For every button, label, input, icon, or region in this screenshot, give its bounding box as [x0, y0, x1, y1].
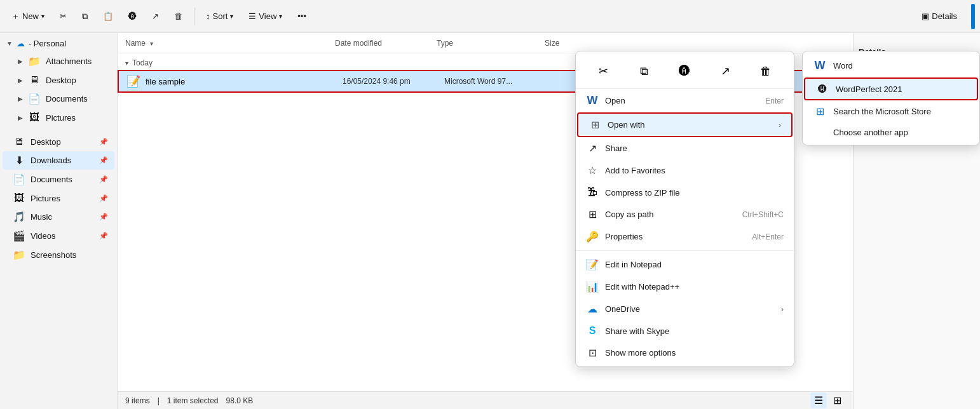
sidebar-item-label: Music	[31, 212, 52, 222]
ctx-open[interactable]: W Open Enter	[576, 89, 794, 112]
ctx-share-skype[interactable]: S Share with Skype	[576, 320, 794, 342]
ctx-openwith-label: Open with	[608, 120, 645, 130]
sidebar-item-attachments[interactable]: ▶ 📁 Attachments	[3, 52, 114, 70]
pin-icon: 📌	[99, 194, 108, 203]
new-button[interactable]: ＋ New ▾	[5, 8, 51, 25]
submenu-another-app[interactable]: Choose another app	[803, 123, 979, 142]
group-label: Today	[132, 58, 153, 67]
grid-view-button[interactable]: ⊞	[829, 392, 845, 408]
new-icon: ＋	[11, 11, 20, 22]
ctx-open-with[interactable]: ⊞ Open with ›	[577, 112, 793, 137]
ctx-notepad-icon: 📝	[586, 258, 599, 271]
col-name-header[interactable]: Name ▾	[125, 39, 335, 48]
copy-icon: ⧉	[82, 11, 88, 22]
paste-icon: 📋	[103, 11, 113, 21]
sidebar-item-label: Documents	[46, 94, 88, 104]
submenu-store[interactable]: ⊞ Search the Microsoft Store	[803, 100, 979, 123]
cloud-icon: ☁	[17, 39, 25, 48]
col-date-header[interactable]: Date modified	[335, 39, 437, 48]
view-icon: ☰	[248, 11, 256, 21]
details-button[interactable]: ▣ Details	[915, 8, 963, 24]
ctx-open-icon: W	[586, 94, 599, 107]
more-button[interactable]: •••	[291, 8, 313, 24]
new-label: New	[22, 11, 39, 21]
file-size-label: 98.0 KB	[226, 396, 254, 405]
sidebar-item-music[interactable]: 🎵 Music 📌	[3, 208, 114, 226]
ctx-show-more[interactable]: ⊡ Show more options	[576, 342, 794, 364]
sidebar-item-desktop[interactable]: 🖥 Desktop 📌	[3, 133, 114, 151]
ctx-share-button[interactable]: ↗	[713, 59, 737, 83]
sort-button[interactable]: ↕ Sort ▾	[200, 8, 240, 24]
ctx-compress[interactable]: 🗜 Compress to ZIP file	[576, 182, 794, 203]
downloads-icon: ⬇	[13, 154, 25, 166]
sort-chevron-icon: ▾	[230, 13, 233, 20]
delete-button[interactable]: 🗑	[168, 8, 189, 24]
ctx-openwith-icon: ⊞	[589, 119, 601, 131]
ctx-onedrive[interactable]: ☁ OneDrive ›	[576, 298, 794, 320]
ctx-edit-notepad[interactable]: 📝 Edit in Notepad	[576, 253, 794, 276]
sidebar-item-downloads[interactable]: ⬇ Downloads 📌	[3, 151, 114, 170]
ctx-properties-icon: 🔑	[586, 231, 599, 243]
cut-button[interactable]: ✂	[53, 8, 73, 24]
sidebar-item-desktop-tree[interactable]: ▶ 🖥 Desktop	[3, 71, 114, 89]
expand-icon: ▶	[18, 114, 23, 121]
rename-button[interactable]: 🅐	[122, 8, 143, 24]
ctx-copypath-icon: ⊞	[586, 208, 599, 220]
sidebar-item-label: Downloads	[31, 156, 71, 165]
pin-icon: 📌	[99, 213, 108, 221]
desktop-icon: 🖥	[13, 136, 25, 147]
ctx-rename-button[interactable]: 🅐	[672, 59, 697, 83]
ctx-copy-button[interactable]: ⧉	[632, 59, 657, 83]
submenu-word-label: Word	[833, 61, 853, 70]
ctx-skype-icon: S	[586, 325, 599, 337]
sidebar-item-documents-tree[interactable]: ▶ 📄 Documents	[3, 90, 114, 108]
file-date: 16/05/2024 9:46 pm	[343, 77, 444, 86]
sidebar-item-label: Videos	[31, 231, 56, 241]
ctx-cut-button[interactable]: ✂	[592, 59, 616, 83]
list-view-button[interactable]: ☰	[810, 392, 827, 408]
expand-arrow-icon: ▼	[6, 40, 13, 47]
sidebar-item-label: Documents	[31, 175, 72, 184]
sidebar-item-label: Desktop	[31, 137, 61, 147]
pin-icon: 📌	[99, 138, 108, 146]
view-button[interactable]: ☰ View ▾	[242, 8, 289, 24]
sidebar-item-screenshots[interactable]: 📁 Screenshots	[3, 246, 114, 264]
sidebar-item-documents[interactable]: 📄 Documents 📌	[3, 170, 114, 189]
toolbar: ＋ New ▾ ✂ ⧉ 📋 🅐 ↗ 🗑 ↕ Sort ▾ ☰ View ▾ ••…	[0, 0, 980, 33]
sidebar-item-pictures-tree[interactable]: ▶ 🖼 Pictures	[3, 109, 114, 126]
ctx-compress-icon: 🗜	[586, 187, 599, 198]
submenu: W Word 🅦 WordPerfect 2021 ⊞ Search the M…	[802, 51, 980, 145]
submenu-wordperfect-label: WordPerfect 2021	[836, 84, 902, 94]
ctx-delete-button[interactable]: 🗑	[754, 59, 778, 83]
sidebar-item-videos[interactable]: 🎬 Videos 📌	[3, 227, 114, 245]
ctx-open-label: Open	[605, 96, 625, 105]
share-button[interactable]: ↗	[146, 8, 165, 24]
view-chevron-icon: ▾	[279, 13, 282, 20]
sort-chevron-icon: ▾	[150, 40, 153, 47]
cut-icon: ✂	[60, 11, 67, 21]
ctx-properties[interactable]: 🔑 Properties Alt+Enter	[576, 225, 794, 248]
submenu-word[interactable]: W Word	[803, 54, 979, 77]
store-icon: ⊞	[813, 105, 827, 117]
pin-icon: 📌	[99, 156, 108, 164]
col-type-header[interactable]: Type	[437, 39, 545, 48]
copy-button[interactable]: ⧉	[76, 8, 94, 25]
ctx-notepadpp-label: Edit with Notepad++	[605, 282, 679, 292]
col-size-header[interactable]: Size	[545, 39, 595, 48]
sidebar-item-pictures[interactable]: 🖼 Pictures 📌	[3, 189, 114, 207]
paste-button[interactable]: 📋	[97, 8, 119, 24]
ctx-copy-path[interactable]: ⊞ Copy as path Ctrl+Shift+C	[576, 203, 794, 225]
pin-icon: 📌	[99, 232, 108, 240]
ctx-notepad-label: Edit in Notepad	[605, 260, 662, 269]
pictures-tree-icon: 🖼	[28, 112, 41, 123]
ctx-openwith-arrow-icon: ›	[779, 121, 781, 130]
sidebar-top-item[interactable]: ▼ ☁ - Personal	[0, 36, 117, 51]
submenu-wordperfect[interactable]: 🅦 WordPerfect 2021	[804, 77, 978, 100]
ctx-share[interactable]: ↗ Share	[576, 137, 794, 159]
sidebar-item-label: Pictures	[46, 113, 76, 123]
ctx-edit-notepadpp[interactable]: 📊 Edit with Notepad++	[576, 276, 794, 298]
statusbar-view-controls: ☰ ⊞	[810, 392, 845, 408]
pin-icon: 📌	[99, 175, 108, 184]
ctx-add-favorites[interactable]: ☆ Add to Favorites	[576, 159, 794, 182]
share-icon: ↗	[152, 11, 159, 21]
